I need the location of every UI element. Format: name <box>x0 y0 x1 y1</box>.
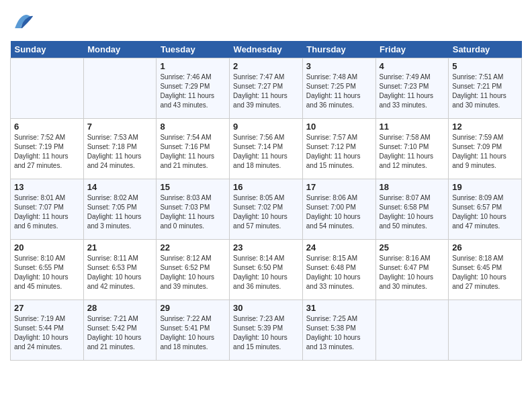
day-number: 29 <box>160 303 226 313</box>
week-row-3: 13Sunrise: 8:01 AM Sunset: 7:07 PM Dayli… <box>11 179 522 240</box>
day-cell: 30Sunrise: 7:23 AM Sunset: 5:39 PM Dayli… <box>230 300 303 361</box>
day-info: Sunrise: 8:01 AM Sunset: 7:07 PM Dayligh… <box>14 193 80 231</box>
logo-bird-icon <box>10 10 34 34</box>
day-number: 12 <box>452 122 518 132</box>
day-info: Sunrise: 7:52 AM Sunset: 7:19 PM Dayligh… <box>14 133 80 171</box>
day-number: 16 <box>233 182 299 192</box>
day-number: 25 <box>380 242 445 253</box>
day-info: Sunrise: 8:11 AM Sunset: 6:53 PM Dayligh… <box>87 254 153 291</box>
day-info: Sunrise: 7:22 AM Sunset: 5:41 PM Dayligh… <box>160 314 226 352</box>
header-cell-thursday: Thursday <box>302 41 375 58</box>
week-row-4: 20Sunrise: 8:10 AM Sunset: 6:55 PM Dayli… <box>11 240 522 300</box>
day-info: Sunrise: 7:51 AM Sunset: 7:21 PM Dayligh… <box>452 73 518 110</box>
day-info: Sunrise: 7:54 AM Sunset: 7:16 PM Dayligh… <box>160 133 226 171</box>
page-container: SundayMondayTuesdayWednesdayThursdayFrid… <box>0 0 532 367</box>
day-cell: 22Sunrise: 8:12 AM Sunset: 6:52 PM Dayli… <box>157 240 230 300</box>
day-cell: 31Sunrise: 7:25 AM Sunset: 5:38 PM Dayli… <box>302 300 375 361</box>
day-number: 2 <box>233 61 299 71</box>
day-number: 22 <box>160 242 226 253</box>
day-info: Sunrise: 7:19 AM Sunset: 5:44 PM Dayligh… <box>14 314 80 352</box>
day-cell: 17Sunrise: 8:06 AM Sunset: 7:00 PM Dayli… <box>302 179 375 240</box>
day-number: 20 <box>14 242 80 253</box>
day-cell: 28Sunrise: 7:21 AM Sunset: 5:42 PM Dayli… <box>83 300 157 361</box>
day-number: 11 <box>380 122 445 132</box>
day-number: 24 <box>306 242 372 253</box>
day-info: Sunrise: 8:15 AM Sunset: 6:48 PM Dayligh… <box>306 254 372 291</box>
day-info: Sunrise: 8:07 AM Sunset: 6:58 PM Dayligh… <box>380 193 445 231</box>
day-info: Sunrise: 8:05 AM Sunset: 7:02 PM Dayligh… <box>233 193 299 231</box>
day-info: Sunrise: 7:57 AM Sunset: 7:12 PM Dayligh… <box>306 133 372 171</box>
day-number: 30 <box>233 303 299 313</box>
day-number: 31 <box>306 303 372 313</box>
day-info: Sunrise: 8:06 AM Sunset: 7:00 PM Dayligh… <box>306 193 372 231</box>
header-cell-monday: Monday <box>83 41 157 58</box>
day-cell <box>449 300 522 361</box>
header-row: SundayMondayTuesdayWednesdayThursdayFrid… <box>11 41 522 58</box>
day-info: Sunrise: 8:14 AM Sunset: 6:50 PM Dayligh… <box>233 254 299 291</box>
day-cell: 26Sunrise: 8:18 AM Sunset: 6:45 PM Dayli… <box>449 240 522 300</box>
day-cell: 29Sunrise: 7:22 AM Sunset: 5:41 PM Dayli… <box>157 300 230 361</box>
day-number: 14 <box>87 182 153 192</box>
day-number: 4 <box>380 61 445 71</box>
day-number: 3 <box>306 61 372 71</box>
day-number: 5 <box>452 61 518 71</box>
day-cell <box>83 58 157 119</box>
day-number: 28 <box>87 303 153 313</box>
day-number: 6 <box>14 122 80 132</box>
week-row-2: 6Sunrise: 7:52 AM Sunset: 7:19 PM Daylig… <box>11 119 522 179</box>
day-cell: 8Sunrise: 7:54 AM Sunset: 7:16 PM Daylig… <box>157 119 230 179</box>
day-info: Sunrise: 8:10 AM Sunset: 6:55 PM Dayligh… <box>14 254 80 291</box>
day-cell: 10Sunrise: 7:57 AM Sunset: 7:12 PM Dayli… <box>302 119 375 179</box>
day-number: 9 <box>233 122 299 132</box>
day-info: Sunrise: 8:02 AM Sunset: 7:05 PM Dayligh… <box>87 193 153 231</box>
day-cell: 20Sunrise: 8:10 AM Sunset: 6:55 PM Dayli… <box>11 240 84 300</box>
day-info: Sunrise: 8:18 AM Sunset: 6:45 PM Dayligh… <box>452 254 518 291</box>
day-number: 27 <box>14 303 80 313</box>
day-cell: 4Sunrise: 7:49 AM Sunset: 7:23 PM Daylig… <box>375 58 449 119</box>
day-cell: 14Sunrise: 8:02 AM Sunset: 7:05 PM Dayli… <box>83 179 157 240</box>
day-cell: 23Sunrise: 8:14 AM Sunset: 6:50 PM Dayli… <box>230 240 303 300</box>
day-info: Sunrise: 7:56 AM Sunset: 7:14 PM Dayligh… <box>233 133 299 171</box>
day-cell <box>11 58 84 119</box>
day-info: Sunrise: 8:03 AM Sunset: 7:03 PM Dayligh… <box>160 193 226 231</box>
day-cell: 24Sunrise: 8:15 AM Sunset: 6:48 PM Dayli… <box>302 240 375 300</box>
day-info: Sunrise: 7:53 AM Sunset: 7:18 PM Dayligh… <box>87 133 153 171</box>
day-number: 1 <box>160 61 226 71</box>
day-number: 23 <box>233 242 299 253</box>
header-cell-wednesday: Wednesday <box>230 41 303 58</box>
day-info: Sunrise: 7:46 AM Sunset: 7:29 PM Dayligh… <box>160 73 226 110</box>
day-cell: 16Sunrise: 8:05 AM Sunset: 7:02 PM Dayli… <box>230 179 303 240</box>
day-cell: 27Sunrise: 7:19 AM Sunset: 5:44 PM Dayli… <box>11 300 84 361</box>
day-cell: 1Sunrise: 7:46 AM Sunset: 7:29 PM Daylig… <box>157 58 230 119</box>
day-info: Sunrise: 8:12 AM Sunset: 6:52 PM Dayligh… <box>160 254 226 291</box>
day-cell: 5Sunrise: 7:51 AM Sunset: 7:21 PM Daylig… <box>449 58 522 119</box>
day-cell: 2Sunrise: 7:47 AM Sunset: 7:27 PM Daylig… <box>230 58 303 119</box>
day-cell <box>375 300 449 361</box>
week-row-5: 27Sunrise: 7:19 AM Sunset: 5:44 PM Dayli… <box>11 300 522 361</box>
day-info: Sunrise: 7:48 AM Sunset: 7:25 PM Dayligh… <box>306 73 372 110</box>
day-number: 15 <box>160 182 226 192</box>
day-cell: 7Sunrise: 7:53 AM Sunset: 7:18 PM Daylig… <box>83 119 157 179</box>
logo <box>10 10 37 34</box>
day-cell: 3Sunrise: 7:48 AM Sunset: 7:25 PM Daylig… <box>302 58 375 119</box>
day-info: Sunrise: 7:23 AM Sunset: 5:39 PM Dayligh… <box>233 314 299 352</box>
day-number: 13 <box>14 182 80 192</box>
day-number: 21 <box>87 242 153 253</box>
day-info: Sunrise: 8:16 AM Sunset: 6:47 PM Dayligh… <box>380 254 445 291</box>
day-info: Sunrise: 7:25 AM Sunset: 5:38 PM Dayligh… <box>306 314 372 352</box>
day-number: 10 <box>306 122 372 132</box>
header <box>10 10 522 34</box>
day-number: 19 <box>452 182 518 192</box>
day-info: Sunrise: 8:09 AM Sunset: 6:57 PM Dayligh… <box>452 193 518 231</box>
header-cell-tuesday: Tuesday <box>157 41 230 58</box>
day-info: Sunrise: 7:59 AM Sunset: 7:09 PM Dayligh… <box>452 133 518 171</box>
day-cell: 6Sunrise: 7:52 AM Sunset: 7:19 PM Daylig… <box>11 119 84 179</box>
day-number: 8 <box>160 122 226 132</box>
header-cell-sunday: Sunday <box>11 41 84 58</box>
day-info: Sunrise: 7:58 AM Sunset: 7:10 PM Dayligh… <box>380 133 445 171</box>
day-number: 26 <box>452 242 518 253</box>
day-cell: 18Sunrise: 8:07 AM Sunset: 6:58 PM Dayli… <box>375 179 449 240</box>
day-cell: 11Sunrise: 7:58 AM Sunset: 7:10 PM Dayli… <box>375 119 449 179</box>
day-cell: 9Sunrise: 7:56 AM Sunset: 7:14 PM Daylig… <box>230 119 303 179</box>
header-cell-saturday: Saturday <box>449 41 522 58</box>
